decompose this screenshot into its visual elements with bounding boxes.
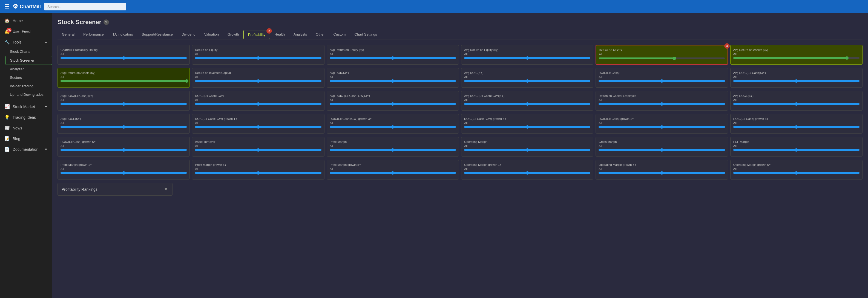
tab-ta-indicators[interactable]: TA Indicators xyxy=(108,30,137,39)
sidebar-item-trading-ideas[interactable]: 💡 Trading Ideas xyxy=(0,112,52,123)
filter-fcf-margin[interactable]: FCF Margin All xyxy=(730,137,863,157)
filter-roic-ex-cash-gw-growth-5y[interactable]: ROIC(Ex Cash+GW) growth 5Y All xyxy=(461,114,593,134)
slider-roic-growth-1y[interactable] xyxy=(195,126,321,128)
filter-return-on-equity[interactable]: Return on Equity All xyxy=(192,45,324,65)
slider-avg-roe-5y[interactable] xyxy=(464,57,590,59)
slider-operating-margin-growth-3y[interactable] xyxy=(598,172,725,174)
tab-other[interactable]: Other xyxy=(311,30,329,39)
tab-chart-settings[interactable]: Chart Settings xyxy=(350,30,381,39)
slider-roic-ex-cash-growth-5y[interactable] xyxy=(61,149,187,151)
filter-avg-return-on-equity-5y[interactable]: Avg Return on Equity (5y) All xyxy=(461,45,593,65)
filter-avg-roce-5y[interactable]: Avg ROCE(5Y) All xyxy=(58,114,190,134)
tab-analysts[interactable]: Analysts xyxy=(289,30,311,39)
filter-avg-roic-ex-cash-3y[interactable]: Avg ROIC(Ex Cash)(3Y) All xyxy=(730,68,863,88)
hamburger-icon[interactable]: ☰ xyxy=(4,3,9,10)
tab-general[interactable]: General xyxy=(58,30,79,39)
filter-roic-ex-cash-gw-growth-3y[interactable]: ROIC(Ex Cash+GW) growth 3Y All xyxy=(327,114,459,134)
filter-roic-ex-cash-growth-1y[interactable]: ROIC(Ex Cash) growth 1Y All xyxy=(595,114,728,134)
sidebar-item-analyzer[interactable]: Analyzer xyxy=(5,65,52,73)
filter-avg-roic-3y[interactable]: Avg ROIC(3Y) All xyxy=(327,68,459,88)
sidebar-item-insider-trading[interactable]: Insider Trading xyxy=(5,82,52,90)
filter-avg-roce-3y[interactable]: Avg ROCE(3Y) All xyxy=(730,91,863,110)
tab-dividend[interactable]: Dividend xyxy=(177,30,200,39)
tab-health[interactable]: Health xyxy=(270,30,289,39)
filter-avg-roic-ex-cash-gw-5y[interactable]: Avg ROIC (Ex Cash+GW)(5Y) All xyxy=(461,91,593,110)
tab-custom[interactable]: Custom xyxy=(329,30,350,39)
sidebar-item-sectors[interactable]: Sectors xyxy=(5,73,52,82)
help-icon[interactable]: ? xyxy=(103,20,109,25)
slider-avg-roic-ex-cash-3y[interactable] xyxy=(733,80,860,82)
filter-roic-ex-cash-gw[interactable]: ROIC (Ex Cash+GW) All xyxy=(192,91,324,110)
filter-profit-margin-growth-5y[interactable]: Profit Margin growth 5Y All xyxy=(327,160,459,179)
filter-avg-return-on-assets-5y[interactable]: Avg Return on Assets (5y) All xyxy=(58,68,190,88)
filter-roic-ex-cash-gw-growth-1y[interactable]: ROIC(Ex Cash+GW) growth 1Y All xyxy=(192,114,324,134)
slider-avg-roic-ex-cash-gw-3y[interactable] xyxy=(330,103,456,105)
slider-avg-roic-ex-cash-gw-5y[interactable] xyxy=(464,103,590,105)
slider-profit-margin-growth-3y[interactable] xyxy=(195,172,321,174)
slider-gross-margin[interactable] xyxy=(598,149,725,151)
slider-roic-growth-5y[interactable] xyxy=(464,126,590,128)
slider-roic-ex-cash-growth-1y[interactable] xyxy=(598,126,725,128)
filter-asset-turnover[interactable]: Asset Turnover All xyxy=(192,137,324,157)
sidebar-item-tools[interactable]: 🔧 Tools ▲ xyxy=(0,37,52,47)
slider-return-on-equity[interactable] xyxy=(195,57,321,59)
slider-roic-growth-3y[interactable] xyxy=(330,126,456,128)
filter-avg-roic-ex-cash-5y[interactable]: Avg ROIC(Ex Cash)(5Y) All xyxy=(58,91,190,110)
slider-profit-margin-growth-1y[interactable] xyxy=(61,172,187,174)
slider-avg-roic-5y[interactable] xyxy=(464,80,590,82)
filter-roic-ex-cash-growth-3y[interactable]: ROIC(Ex Cash) growth 3Y All xyxy=(730,114,863,134)
tab-growth[interactable]: Growth xyxy=(223,30,243,39)
filter-profit-margin-growth-1y[interactable]: Profit Margin growth 1Y All xyxy=(58,160,190,179)
filter-avg-roic-5y[interactable]: Avg ROIC(5Y) All xyxy=(461,68,593,88)
filter-operating-margin-growth-3y[interactable]: Operating Margin growth 3Y All xyxy=(595,160,728,179)
sidebar-item-documentation[interactable]: 📄 Documentation ▼ xyxy=(0,144,52,155)
sidebar-item-home[interactable]: 🏠 Home xyxy=(0,15,52,26)
filter-operating-margin-growth-1y[interactable]: Operating Margin growth 1Y All xyxy=(461,160,593,179)
slider-avg-roe-3y[interactable] xyxy=(330,57,456,59)
sidebar-item-up-downgrades[interactable]: Up- and Downgrades xyxy=(5,90,52,99)
slider-roce[interactable] xyxy=(598,103,725,105)
slider-fcf-margin[interactable] xyxy=(733,149,860,151)
slider-roic-ex-cash[interactable] xyxy=(598,80,725,82)
slider-avg-roic-ex-cash-5y[interactable] xyxy=(61,103,187,105)
sidebar-item-news[interactable]: 📰 News xyxy=(0,123,52,133)
filter-avg-return-on-assets-3y[interactable]: Avg Return on Assets (3y) All xyxy=(730,45,863,65)
slider-avg-roic-3y[interactable] xyxy=(330,80,456,82)
slider-roic[interactable] xyxy=(195,80,321,82)
tab-performance[interactable]: Performance xyxy=(79,30,108,39)
slider-operating-margin-growth-1y[interactable] xyxy=(464,172,590,174)
slider-avg-roce-3y[interactable] xyxy=(733,103,860,105)
slider-chartmill-profitability[interactable] xyxy=(61,57,187,59)
slider-operating-margin-growth-5y[interactable] xyxy=(733,172,860,174)
filter-profit-margin-growth-3y[interactable]: Profit Margin growth 3Y All xyxy=(192,160,324,179)
slider-asset-turnover[interactable] xyxy=(195,149,321,151)
sidebar-item-stock-screener[interactable]: Stock Screener xyxy=(5,56,52,65)
filter-profit-margin[interactable]: Profit Margin All xyxy=(327,137,459,157)
slider-roic-ex-cash-growth-3y[interactable] xyxy=(733,126,860,128)
slider-profit-margin[interactable] xyxy=(330,149,456,151)
filter-roic-ex-cash-growth-5y[interactable]: ROIC(Ex Cash) growth 5Y All xyxy=(58,137,190,157)
filter-operating-margin-growth-5y[interactable]: Operating Margin growth 5Y All xyxy=(730,160,863,179)
slider-avg-roce-5y[interactable] xyxy=(61,126,187,128)
sidebar-item-blog[interactable]: 📝 Blog xyxy=(0,133,52,144)
filter-return-on-invested-capital[interactable]: Return on Invested Capital All xyxy=(192,68,324,88)
filter-avg-roic-ex-cash-gw-3y[interactable]: Avg ROIC (Ex Cash+GW)(3Y) All xyxy=(327,91,459,110)
rankings-expand-icon[interactable]: ▼ xyxy=(163,186,168,192)
filter-operating-margin[interactable]: Operating Margin All xyxy=(461,137,593,157)
filter-roic-ex-cash[interactable]: ROIC(Ex Cash) All xyxy=(595,68,728,88)
rankings-card[interactable]: Profitability Rankings ▼ xyxy=(58,183,173,196)
filter-return-on-assets[interactable]: Return on Assets All 3 xyxy=(595,45,728,65)
sidebar-item-user-feed[interactable]: 🔔 User Feed 297 xyxy=(0,26,52,37)
tab-valuation[interactable]: Valuation xyxy=(200,30,223,39)
sidebar-item-stock-charts[interactable]: Stock Charts xyxy=(5,47,52,56)
sidebar-item-stock-market[interactable]: 📈 Stock Market ▼ xyxy=(0,101,52,112)
slider-avg-roa-3y[interactable] xyxy=(733,57,860,59)
slider-avg-roa-5y[interactable] xyxy=(61,80,187,82)
filter-return-on-capital-employed[interactable]: Return on Capital Employed All xyxy=(595,91,728,110)
slider-operating-margin[interactable] xyxy=(464,149,590,151)
filter-avg-return-on-equity-3y[interactable]: Avg Return on Equity (3y) All xyxy=(327,45,459,65)
slider-roic-ex-cash-gw[interactable] xyxy=(195,103,321,105)
filter-chartmill-profitability-rating[interactable]: ChartMill Profitability Rating All xyxy=(58,45,190,65)
search-input[interactable] xyxy=(44,3,126,10)
tab-profitability[interactable]: Profitability 2 xyxy=(243,30,270,39)
